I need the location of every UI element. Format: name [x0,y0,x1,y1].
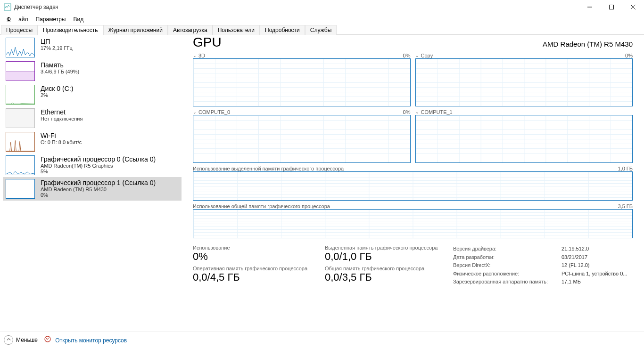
sidebar-item-gpu0[interactable]: Графический процессор 0 (Ссылка 0) AMD R… [3,154,182,177]
graph-canvas [415,58,633,106]
sidebar-item-cpu[interactable]: ЦП 17% 2,19 ГГц [3,36,182,59]
sidebar-item-disk[interactable]: Диск 0 (C:) 2% [3,83,182,106]
chevron-down-icon: ⌄ [415,110,419,114]
chevron-down-icon: ⌄ [415,53,419,58]
sidebar: ЦП 17% 2,19 ГГц Память 3,4/6,9 ГБ (49%) … [0,33,182,331]
sidebar-item-label: Графический процессор 1 (Ссылка 0) [41,179,156,186]
graph-canvas [193,58,411,106]
wifi-thumbnail-icon [6,132,35,152]
graph-canvas [193,115,411,163]
menu-params[interactable]: Параметры [32,15,70,24]
sidebar-item-label: Ethernet [41,108,83,116]
panel-subtitle: AMD Radeon (TM) R5 M430 [543,40,633,48]
sidebar-item-ethernet[interactable]: Ethernet Нет подключения [3,106,182,130]
disk-thumbnail-icon [6,85,35,105]
menu-file[interactable]: Файл [3,15,32,24]
gpu0-thumbnail-icon [6,155,35,175]
utilization-value: 0% [193,251,325,263]
sidebar-item-wifi[interactable]: Wi-Fi О: 0 П: 8,0 кбит/с [3,130,182,154]
sidebar-item-label: Диск 0 (C:) [41,85,73,92]
svg-point-2 [45,336,50,342]
shared-mem-label: Использование общей памяти графического … [193,203,330,209]
sidebar-item-label: Память [41,61,79,69]
main-panel: GPU AMD Radeon (TM) R5 M430 ⌄3D0% ⌄Copy0… [182,33,644,331]
menubar: Файл Параметры Вид [0,14,644,24]
stats-block: Использование 0% Оперативная память граф… [193,245,633,286]
dedicated-memory-value: 0,0/1,0 ГБ [325,251,453,263]
chevron-down-icon: ⌄ [193,53,197,58]
sidebar-item-label: Wi-Fi [41,132,82,139]
maximize-button[interactable] [601,0,622,14]
menu-view[interactable]: Вид [69,15,87,24]
sidebar-item-label: Графический процессор 0 (Ссылка 0) [41,155,156,163]
sidebar-item-label: ЦП [41,38,73,45]
chevron-down-icon: ⌄ [193,110,197,114]
memory-thumbnail-icon [6,61,35,81]
dedicated-mem-label: Использование выделенной памяти графичес… [193,166,344,171]
titlebar: Диспетчер задач [0,0,644,14]
cpu-thumbnail-icon [6,38,35,57]
fewer-details-button[interactable] [4,335,13,345]
graph-3d[interactable]: ⌄3D0% [193,53,411,106]
graph-copy[interactable]: ⌄Copy0% [415,53,633,106]
graph-compute1[interactable]: ⌄COMPUTE_1 [415,109,633,163]
shared-memory-value: 0,0/3,5 ГБ [325,271,453,283]
graph-canvas [415,115,633,163]
open-resource-monitor-link[interactable]: Открыть монитор ресурсов [38,336,127,344]
graph-dedicated-memory [193,171,633,201]
app-icon [4,3,11,11]
panel-title: GPU [193,35,222,50]
sidebar-item-gpu1[interactable]: Графический процессор 1 (Ссылка 0) AMD R… [3,177,182,201]
svg-rect-1 [610,5,614,9]
gpu1-thumbnail-icon [6,179,35,199]
fewer-details-label: Меньше [16,337,38,343]
window-title: Диспетчер задач [14,4,58,10]
minimize-button[interactable] [579,0,601,14]
gpu-memory-value: 0,0/4,5 ГБ [193,271,325,283]
graph-shared-memory [193,209,633,238]
resource-monitor-icon [44,336,51,342]
bottombar: Меньше Открыть монитор ресурсов [0,331,644,348]
close-button[interactable] [622,0,644,14]
graph-compute0[interactable]: ⌄COMPUTE_00% [193,109,411,163]
sidebar-item-memory[interactable]: Память 3,4/6,9 ГБ (49%) [3,59,182,83]
ethernet-thumbnail-icon [6,108,35,128]
